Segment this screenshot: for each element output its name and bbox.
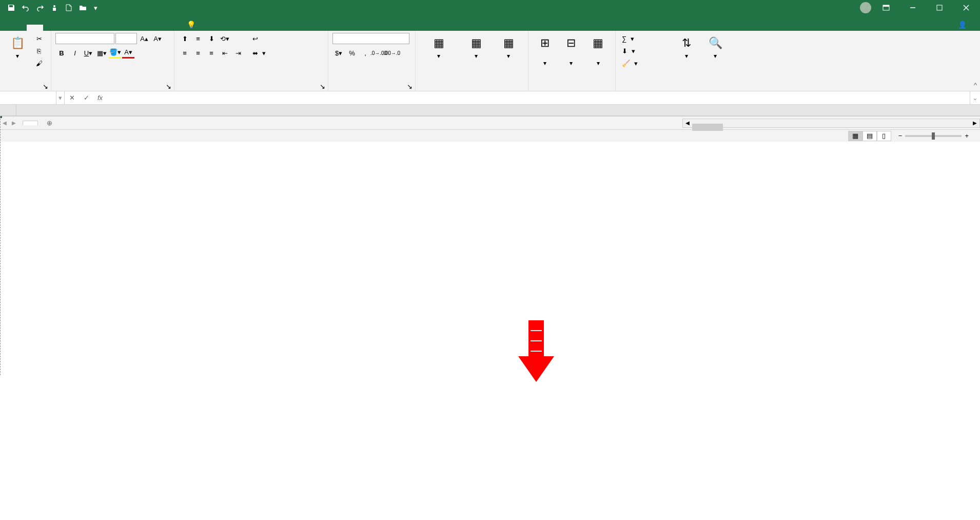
align-top-icon[interactable]: ⬆ <box>179 33 191 44</box>
decrease-decimal-icon[interactable]: .00→.0 <box>386 47 398 59</box>
fill-color-icon[interactable]: 🪣▾ <box>109 47 121 59</box>
tab-draw[interactable] <box>60 25 76 31</box>
clear-button[interactable]: 🧹 ▾ <box>620 57 671 69</box>
formula-input[interactable] <box>107 91 970 104</box>
tab-data[interactable] <box>109 25 125 31</box>
align-center-icon[interactable]: ≡ <box>192 47 204 59</box>
align-middle-icon[interactable]: ≡ <box>192 33 204 44</box>
new-file-icon[interactable] <box>63 2 75 14</box>
wrap-text-button[interactable]: ↩ <box>250 33 268 44</box>
maximize-button[interactable] <box>928 0 951 15</box>
view-normal-icon[interactable]: ▦ <box>848 131 863 141</box>
font-size-select[interactable] <box>115 33 137 44</box>
tell-me-search[interactable]: 💡 <box>185 18 201 31</box>
format-cells-button[interactable]: ▦ ▾ <box>585 33 611 69</box>
ribbon-display-icon[interactable] <box>874 0 898 15</box>
increase-decimal-icon[interactable]: .0→.00 <box>373 47 385 59</box>
qat-customize-icon[interactable]: ▾ <box>91 2 100 14</box>
align-bottom-icon[interactable]: ⬇ <box>205 33 218 44</box>
open-icon[interactable] <box>77 2 89 14</box>
name-box[interactable] <box>0 91 56 104</box>
autosum-button[interactable]: ∑ ▾ <box>620 33 671 44</box>
sheet-nav-next-icon[interactable]: ► <box>9 118 18 128</box>
font-name-select[interactable] <box>55 33 114 44</box>
touch-mode-icon[interactable] <box>48 2 61 14</box>
find-icon: 🔍 <box>707 35 723 51</box>
wrap-icon: ↩ <box>252 35 258 43</box>
undo-icon[interactable] <box>19 2 32 14</box>
format-as-table-button[interactable]: ▦ ▾ <box>460 33 493 62</box>
sheet-tab-sheet1[interactable] <box>23 121 38 125</box>
tab-view[interactable] <box>142 25 158 31</box>
horizontal-scrollbar[interactable]: ◄ ► <box>682 119 980 128</box>
save-icon[interactable] <box>5 2 17 14</box>
redo-icon[interactable] <box>34 2 46 14</box>
find-select-button[interactable]: 🔍 ▾ <box>702 33 729 62</box>
delete-cells-button[interactable]: ⊟ ▾ <box>559 33 583 69</box>
collapse-ribbon-icon[interactable]: ^ <box>974 81 977 89</box>
zoom-out-icon[interactable]: − <box>898 132 903 140</box>
conditional-formatting-button[interactable]: ▦ ▾ <box>420 33 458 62</box>
share-button[interactable]: 👤 <box>948 18 980 31</box>
name-box-dropdown-icon[interactable]: ▾ <box>56 91 65 104</box>
status-bar: ▦ ▤ ▯ − + <box>0 129 980 142</box>
font-launcher-icon[interactable]: ↘ <box>166 83 173 90</box>
alignment-launcher-icon[interactable]: ↘ <box>320 83 327 90</box>
italic-button[interactable]: I <box>69 47 81 59</box>
group-font: A▴ A▾ B I U▾ ▦▾ 🪣▾ A▾ ↘ <box>51 31 174 91</box>
merge-center-button[interactable]: ⬌ ▾ <box>250 47 268 59</box>
sort-filter-button[interactable]: ⇅ ▾ <box>673 33 700 62</box>
cell-styles-button[interactable]: ▦ ▾ <box>495 33 522 62</box>
bold-button[interactable]: B <box>55 47 68 59</box>
view-page-break-icon[interactable]: ▯ <box>877 131 891 141</box>
fx-icon[interactable]: fx <box>93 91 107 104</box>
align-left-icon[interactable]: ≡ <box>179 47 191 59</box>
comma-format-icon[interactable]: , <box>359 47 371 59</box>
paste-button[interactable]: 📋 ▾ <box>4 33 31 62</box>
scroll-left-icon[interactable]: ◄ <box>683 119 692 128</box>
minimize-button[interactable] <box>901 0 925 15</box>
increase-indent-icon[interactable]: ⇥ <box>232 47 244 59</box>
close-button[interactable] <box>954 0 978 15</box>
tab-help[interactable] <box>158 25 174 31</box>
tab-page-layout[interactable] <box>76 25 92 31</box>
cut-icon[interactable]: ✂ <box>33 33 45 44</box>
lightbulb-icon: 💡 <box>187 21 195 29</box>
decrease-font-icon[interactable]: A▾ <box>151 33 164 44</box>
decrease-indent-icon[interactable]: ⇤ <box>219 47 231 59</box>
border-icon[interactable]: ▦▾ <box>95 47 108 59</box>
tab-file[interactable] <box>8 25 27 31</box>
view-page-layout-icon[interactable]: ▤ <box>863 131 877 141</box>
align-right-icon[interactable]: ≡ <box>205 47 218 59</box>
select-all-button[interactable] <box>0 105 16 115</box>
page-break-line <box>0 116 1 375</box>
scroll-right-icon[interactable]: ► <box>970 119 979 128</box>
zoom-slider[interactable]: − + <box>898 132 969 140</box>
tab-home[interactable] <box>27 25 43 31</box>
font-color-icon[interactable]: A▾ <box>122 47 134 59</box>
expand-formula-bar-icon[interactable]: ⌄ <box>970 91 980 104</box>
enter-formula-icon[interactable]: ✓ <box>79 91 93 104</box>
scroll-thumb[interactable] <box>692 124 723 131</box>
underline-button[interactable]: U▾ <box>82 47 94 59</box>
accounting-format-icon[interactable]: $▾ <box>332 47 345 59</box>
tab-formulas[interactable] <box>92 25 109 31</box>
zoom-thumb[interactable] <box>932 132 935 140</box>
percent-format-icon[interactable]: % <box>346 47 358 59</box>
orientation-icon[interactable]: ⟲▾ <box>219 33 231 44</box>
sheet-nav-prev-icon[interactable]: ◄ <box>0 118 9 128</box>
insert-cells-button[interactable]: ⊞ ▾ <box>533 33 557 69</box>
tab-review[interactable] <box>125 25 142 31</box>
user-avatar[interactable] <box>860 2 871 13</box>
zoom-in-icon[interactable]: + <box>965 132 969 140</box>
clipboard-launcher-icon[interactable]: ↘ <box>43 83 50 90</box>
add-sheet-button[interactable]: ⊕ <box>43 117 55 129</box>
copy-icon[interactable]: ⎘ <box>33 45 45 56</box>
tab-insert[interactable] <box>43 25 60 31</box>
format-painter-icon[interactable]: 🖌 <box>33 57 45 69</box>
increase-font-icon[interactable]: A▴ <box>138 33 150 44</box>
fill-button[interactable]: ⬇ ▾ <box>620 45 671 56</box>
cancel-formula-icon[interactable]: ✕ <box>65 91 79 104</box>
number-launcher-icon[interactable]: ↘ <box>407 83 414 90</box>
number-format-select[interactable] <box>332 33 409 44</box>
